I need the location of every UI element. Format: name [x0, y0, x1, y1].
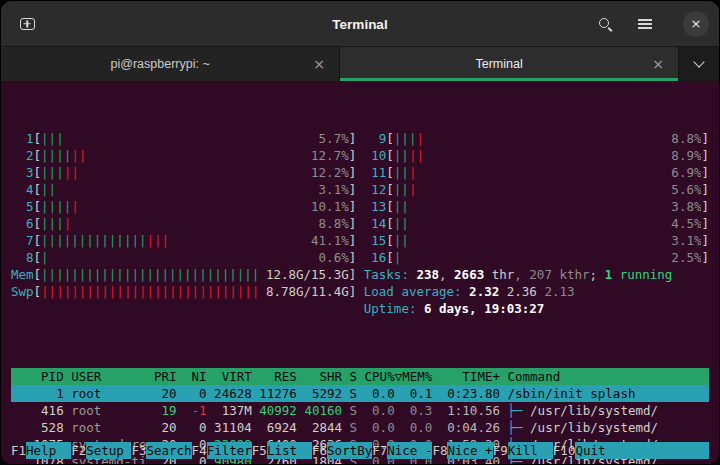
header-state[interactable]: S: [350, 368, 358, 385]
header-res[interactable]: RES: [259, 368, 297, 385]
cell-pid: 1: [11, 385, 64, 402]
meter-bars: ||||: [394, 147, 424, 164]
header-command[interactable]: Command: [508, 368, 710, 385]
cpu-meter-12: 12[|||5.6%]: [364, 181, 709, 198]
meter-close-bracket: ]: [349, 130, 357, 147]
header-mem[interactable]: MEM%: [402, 368, 432, 385]
process-row-1[interactable]: 1root20024628112765292S0.0 0.10:23.80/sb…: [11, 385, 709, 402]
htop-meters-panel: 1[|||5.7%]9[||||8.8%]2[||||||12.7%]10[||…: [11, 130, 709, 317]
header-shr[interactable]: SHR: [304, 368, 342, 385]
cell-sort-indicator: [395, 385, 403, 402]
meter-bars: ||: [394, 215, 409, 232]
search-icon: [597, 16, 613, 32]
tab-pi-raspberrypi[interactable]: pi@raspberrypi: ~ ×: [1, 47, 340, 81]
cpu-meter-value: 6.9%: [671, 164, 701, 181]
cell-sort-indicator: [395, 419, 403, 436]
cpu-meter-4: 4[||3.1%]: [11, 181, 356, 198]
cpu-meter-label: 8: [11, 249, 34, 266]
cell-time: 0:23.80: [440, 385, 500, 402]
header-cpu[interactable]: CPU%: [365, 368, 395, 385]
terminal-screen[interactable]: 1[|||5.7%]9[||||8.8%]2[||||||12.7%]10[||…: [1, 82, 719, 464]
meter-bars: ||||||: [41, 147, 86, 164]
meter-open-bracket: [: [34, 215, 42, 232]
fn-key-F9: F9: [493, 442, 508, 459]
header-pri[interactable]: PRI: [154, 368, 177, 385]
cell-ni: -1: [184, 402, 207, 419]
swap-meter: Swp[|||||||||||||||||||||||||||||8.78G/1…: [11, 283, 356, 300]
meter-bars: |||||: [41, 198, 79, 215]
tasks-summary: Tasks: 238, 2663 thr, 207 kthr; 1 runnin…: [364, 266, 709, 283]
fn-key-F1: F1: [11, 442, 26, 459]
fn-key-F2: F2: [71, 442, 86, 459]
meter-close-bracket: ]: [701, 181, 709, 198]
tree-branch-glyph: ├─: [508, 420, 531, 435]
process-table-header: PIDUSERPRINIVIRTRESSHRSCPU%▽MEM%TIME+Com…: [11, 368, 709, 385]
fn-key-F7: F7: [372, 442, 387, 459]
header-virt[interactable]: VIRT: [214, 368, 252, 385]
fn-action-F1[interactable]: Help: [26, 442, 71, 459]
meter-open-bracket: [: [386, 181, 394, 198]
cpu-meter-value: 5.7%: [319, 130, 349, 147]
tab-label: pi@raspberrypi: ~: [11, 57, 309, 71]
cell-user: root: [71, 385, 146, 402]
meter-bars: ||: [41, 181, 56, 198]
new-tab-button[interactable]: [11, 8, 43, 40]
header-user[interactable]: USER: [71, 368, 146, 385]
meter-value: 12.8G/15.3G: [266, 266, 349, 283]
memory-meter: Mem[|||||||||||||||||||||||||||||12.8G/1…: [11, 266, 356, 283]
header-ni[interactable]: NI: [184, 368, 207, 385]
meter-close-bracket: ]: [349, 198, 357, 215]
fn-action-F5[interactable]: List: [267, 442, 312, 459]
cpu-meter-value: 3.1%: [671, 232, 701, 249]
cpu-meter-13: 13[||3.8%]: [364, 198, 709, 215]
header-sort-indicator[interactable]: ▽: [395, 368, 403, 385]
process-row-528[interactable]: 528root2003110469242844S0.0 0.00:04.26├─…: [11, 419, 709, 436]
header-pid[interactable]: PID: [11, 368, 64, 385]
fn-action-F10[interactable]: Quit: [575, 442, 709, 459]
fn-action-F7[interactable]: Nice -: [387, 442, 432, 459]
menu-button[interactable]: [629, 8, 661, 40]
fn-action-F4[interactable]: Filter: [207, 442, 252, 459]
fn-action-F3[interactable]: Search: [146, 442, 191, 459]
cell-time: 0:04.26: [440, 419, 500, 436]
cpu-meter-2: 2[||||||12.7%]: [11, 147, 356, 164]
cpu-meter-value: 41.1%: [311, 232, 349, 249]
tabs-dropdown-button[interactable]: [679, 47, 719, 81]
command-text: /usr/lib/systemd/: [530, 403, 658, 418]
meter-bars: ||: [394, 232, 409, 249]
cell-res: 11276: [259, 385, 297, 402]
process-row-416[interactable]: 416root19-1137M4099240160S0.0 0.31:10.56…: [11, 402, 709, 419]
fn-action-F8[interactable]: Nice +: [447, 442, 492, 459]
headerbar[interactable]: Terminal ×: [1, 1, 719, 47]
fn-key-F3: F3: [131, 442, 146, 459]
header-time[interactable]: TIME+: [440, 368, 500, 385]
cell-pri: 19: [154, 402, 177, 419]
cpu-meter-9: 9[||||8.8%]: [364, 130, 709, 147]
tab-terminal[interactable]: Terminal ×: [340, 47, 679, 81]
cell-res: 6924: [259, 419, 297, 436]
meter-close-bracket: ]: [349, 283, 357, 300]
meter-bars: |||||||||||||||||: [41, 232, 169, 249]
search-button[interactable]: [589, 8, 621, 40]
meter-bars: |||: [41, 130, 64, 147]
cpu-meter-10: 10[||||8.9%]: [364, 147, 709, 164]
cell-user: root: [71, 419, 146, 436]
meter-close-bracket: ]: [701, 232, 709, 249]
cell-user: root: [71, 402, 146, 419]
cpu-meter-label: 5: [11, 198, 34, 215]
cell-command: /sbin/init splash: [508, 385, 710, 402]
cell-shr: 40160: [304, 402, 342, 419]
cell-cpu: 0.0: [365, 402, 395, 419]
window-close-button[interactable]: ×: [683, 11, 709, 37]
meter-close-bracket: ]: [701, 164, 709, 181]
meter-close-bracket: ]: [349, 147, 357, 164]
fn-action-F2[interactable]: Setup: [86, 442, 131, 459]
tab-close-button[interactable]: ×: [648, 55, 668, 73]
cpu-meter-label: 12: [364, 181, 387, 198]
fn-action-F9[interactable]: Kill: [508, 442, 553, 459]
meter-close-bracket: ]: [701, 147, 709, 164]
fn-action-F6[interactable]: SortBy: [327, 442, 372, 459]
cell-shr: 2844: [304, 419, 342, 436]
tab-close-button[interactable]: ×: [309, 55, 329, 73]
meter-open-bracket: [: [34, 232, 42, 249]
